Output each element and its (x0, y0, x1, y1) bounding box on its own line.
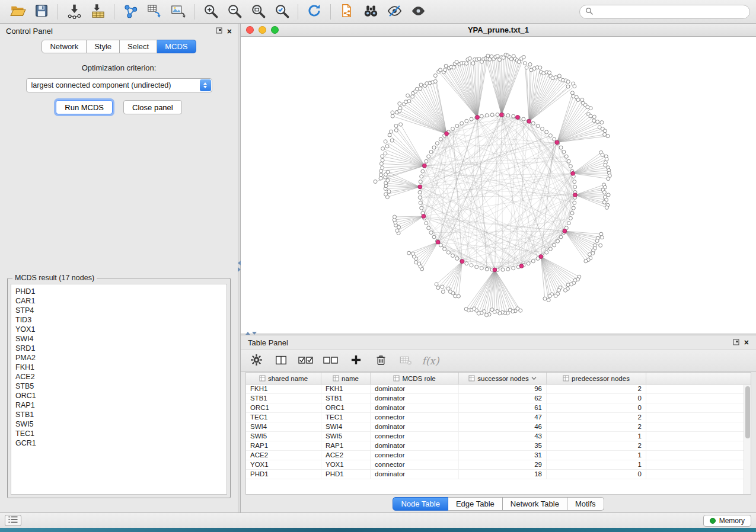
network-from-table-button[interactable] (142, 2, 166, 21)
close-panel-icon[interactable]: × (227, 27, 232, 36)
search-network-button[interactable] (359, 2, 382, 21)
mcds-result-item[interactable]: SRD1 (11, 344, 227, 353)
network-title: YPA_prune.txt_1 (241, 25, 756, 34)
mcds-result-item[interactable]: SWI5 (11, 419, 227, 429)
search-input[interactable] (596, 8, 744, 16)
panel-menu-button[interactable] (5, 515, 21, 526)
table-settings-button[interactable] (248, 352, 264, 370)
table-row[interactable]: RAP1RAP1dominator352 (246, 441, 751, 451)
table-row[interactable]: SWI5SWI5connector431 (246, 432, 751, 441)
column-header-mcds-role[interactable]: MCDS role (371, 373, 459, 384)
cell-mcds-role: dominator (371, 441, 459, 450)
column-edit-icon (393, 375, 400, 382)
mcds-result-item[interactable]: ACE2 (11, 372, 227, 382)
column-edit-icon (563, 375, 569, 382)
table-row[interactable]: SWI4SWI4dominator462 (246, 422, 751, 432)
mcds-result-item[interactable]: STB5 (11, 382, 227, 391)
row-filler (646, 470, 751, 479)
tab-node-table[interactable]: Node Table (393, 497, 448, 511)
export-image-button[interactable] (166, 2, 190, 21)
minimize-window-icon[interactable] (259, 26, 266, 34)
new-network-button[interactable] (119, 2, 142, 21)
import-network-file-button[interactable] (62, 2, 86, 21)
table-scrollbar[interactable] (744, 385, 751, 494)
show-hidden-button[interactable] (406, 2, 430, 21)
table-row[interactable]: YOX1YOX1connector291 (246, 460, 751, 470)
criterion-dropdown[interactable]: largest connected component (undirected) (26, 78, 212, 92)
maximize-window-icon[interactable] (271, 26, 279, 34)
mcds-result-item[interactable]: GCR1 (11, 438, 227, 448)
mcds-result-item[interactable]: FKH1 (11, 363, 227, 372)
mcds-result-item[interactable]: PHD1 (11, 287, 227, 296)
search-field[interactable] (579, 5, 750, 19)
table-row[interactable]: ACE2ACE2connector311 (246, 451, 751, 460)
network-canvas[interactable] (241, 37, 756, 334)
row-filler (646, 451, 751, 460)
select-all-button[interactable] (298, 352, 314, 370)
mcds-result-item[interactable]: STP4 (11, 306, 227, 315)
run-mcds-button[interactable]: Run MCDS (56, 100, 113, 114)
import-table-file-button[interactable] (86, 2, 110, 21)
open-file-button[interactable] (6, 2, 30, 21)
float-panel-icon[interactable] (216, 27, 222, 36)
cell-shared-name: PHD1 (246, 470, 321, 479)
clear-table-button[interactable] (397, 352, 414, 370)
criterion-dropdown-value: largest connected component (undirected) (27, 81, 200, 89)
tab-select[interactable]: Select (120, 40, 157, 53)
table-row[interactable]: PHD1PHD1dominator180 (246, 470, 751, 479)
mcds-result-list[interactable]: PHD1CAR1STP4TID3YOX1SWI4SRD1PMA2FKH1ACE2… (11, 284, 227, 495)
memory-button[interactable]: Memory (703, 515, 751, 527)
tab-style[interactable]: Style (87, 40, 120, 53)
scrollbar-thumb[interactable] (745, 386, 750, 438)
column-header-predecessor-nodes[interactable]: predecessor nodes (547, 373, 646, 384)
close-window-icon[interactable] (246, 26, 254, 34)
mcds-result-item[interactable]: PMA2 (11, 353, 227, 363)
column-header-name[interactable]: name (321, 373, 371, 384)
mcds-result-item[interactable]: TEC1 (11, 429, 227, 438)
zoom-fit-button[interactable] (246, 2, 270, 21)
collapse-up-icon[interactable] (245, 332, 250, 335)
cell-name: YOX1 (321, 460, 371, 469)
show-column-button[interactable] (273, 352, 289, 370)
toolbar-separator (298, 4, 298, 20)
table-row[interactable]: TEC1TEC1connector472 (246, 413, 751, 422)
row-filler (646, 422, 751, 431)
mcds-result-item[interactable]: YOX1 (11, 325, 227, 334)
close-panel-button[interactable]: Close panel (123, 100, 182, 114)
mcds-result-item[interactable]: RAP1 (11, 400, 227, 410)
tab-network[interactable]: Network (42, 40, 87, 53)
horizontal-splitter[interactable] (241, 334, 756, 335)
tab-mcds[interactable]: MCDS (157, 40, 196, 53)
function-builder-button[interactable]: f(x) (422, 352, 439, 370)
row-filler (646, 413, 751, 422)
share-document-button[interactable] (335, 2, 359, 21)
column-header-shared-name[interactable]: shared name (246, 373, 321, 384)
network-titlebar[interactable]: YPA_prune.txt_1 (241, 24, 756, 37)
zoom-in-button[interactable] (199, 2, 222, 21)
deselect-all-button[interactable] (323, 352, 339, 370)
zoom-selected-button[interactable] (270, 2, 294, 21)
mcds-result-item[interactable]: STB1 (11, 410, 227, 419)
table-row[interactable]: ORC1ORC1dominator610 (246, 403, 751, 413)
column-header-successor-nodes[interactable]: successor nodes (459, 373, 547, 384)
close-table-panel-icon[interactable]: × (744, 338, 749, 347)
table-row[interactable]: FKH1FKH1dominator962 (246, 384, 751, 394)
mcds-result-item[interactable]: TID3 (11, 315, 227, 325)
tab-network-table[interactable]: Network Table (503, 497, 567, 511)
zoom-out-button[interactable] (222, 2, 246, 21)
search-icon (585, 7, 593, 17)
add-column-button[interactable] (347, 352, 364, 370)
mcds-result-item[interactable]: CAR1 (11, 296, 227, 306)
float-table-panel-icon[interactable] (733, 338, 739, 347)
tab-edge-table[interactable]: Edge Table (448, 497, 503, 511)
collapse-down-icon[interactable] (252, 332, 257, 335)
tab-motifs[interactable]: Motifs (567, 497, 604, 511)
mcds-result-item[interactable]: SWI4 (11, 334, 227, 344)
mcds-result-item[interactable]: ORC1 (11, 391, 227, 400)
save-session-button[interactable] (30, 2, 53, 21)
table-row[interactable]: STB1STB1dominator620 (246, 394, 751, 403)
hide-selected-button[interactable] (382, 2, 406, 21)
cell-successor-nodes: 35 (459, 441, 547, 450)
delete-column-button[interactable] (372, 352, 389, 370)
apply-layout-button[interactable] (302, 2, 326, 21)
